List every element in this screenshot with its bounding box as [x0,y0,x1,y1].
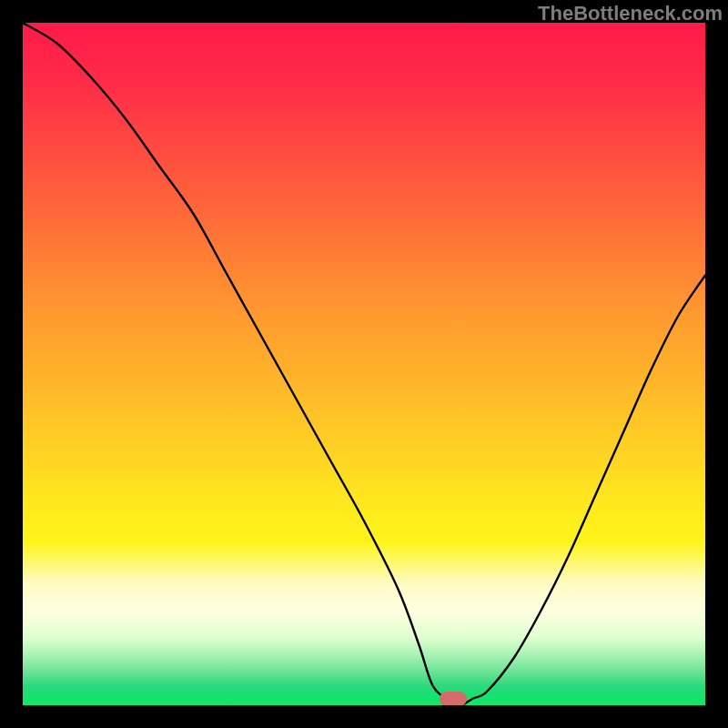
optimal-marker [440,692,467,706]
curve-layer [23,23,705,705]
bottleneck-curve [23,23,705,705]
plot-area [23,23,705,705]
watermark-text: TheBottleneck.com [538,2,723,25]
